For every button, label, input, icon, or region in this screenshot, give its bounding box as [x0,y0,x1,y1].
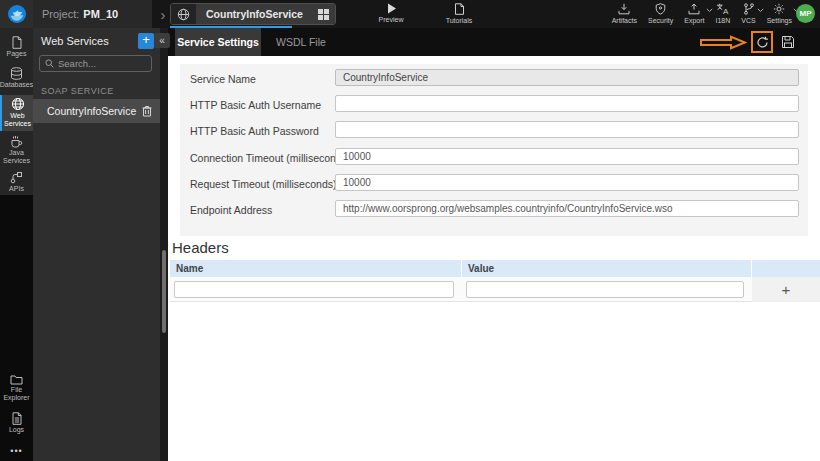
service-search [39,55,152,72]
app-logo[interactable] [0,0,33,28]
git-branch-icon [743,3,755,15]
soap-service-section-label: SOAP SERVICE [41,86,114,96]
database-icon [10,67,23,80]
upload-icon [688,3,700,15]
header-name-input[interactable] [174,281,454,298]
sidebar-item-databases[interactable]: Databases [0,65,33,91]
settings-button[interactable]: Settings [767,3,792,24]
column-header-actions [752,260,820,277]
artifacts-button[interactable]: Artifacts [612,3,637,24]
preview-button[interactable]: Preview [368,3,414,23]
rail-label: Java Services [0,149,33,165]
add-header-row-button[interactable]: + [752,277,820,302]
rail-label: APIs [9,185,24,193]
rail-label: Pages [7,50,27,58]
document-tab-title: CountryInfoService [196,4,313,24]
i18n-label: I18N [716,17,731,24]
document-tab-countryinfoservice[interactable]: CountryInfoService [170,3,336,25]
main-content: Service Settings WSDL File [168,28,820,461]
chevron-down-icon[interactable] [757,8,764,13]
service-list-item-countryinfoservice[interactable]: CountryInfoService [33,99,160,123]
left-rail: Pages Databases Web Services [0,28,33,461]
export-button[interactable]: Export [684,3,704,24]
web-services-panel: Web Services + SOAP SERVICE CountryInfoS… [33,28,160,461]
tutorials-label: Tutorials [446,17,473,24]
sidebar-item-logs[interactable]: Logs [0,410,33,436]
web-service-globe-icon [171,4,196,24]
headers-section-title: Headers [172,239,229,256]
field-label: HTTP Basic Auth Username [190,99,321,111]
sidebar-item-web-services[interactable]: Web Services [0,95,33,131]
service-name: CountryInfoService [33,105,142,117]
http-basic-auth-username-field[interactable] [335,95,799,112]
service-name-field[interactable] [335,69,799,86]
project-name: PM_10 [83,8,118,20]
header-name-cell [170,277,462,302]
page-icon [11,36,23,49]
request-timeout-field[interactable] [335,174,799,191]
form-row: Endpoint Address [180,200,808,218]
export-label: Export [684,17,704,24]
coffee-cup-icon [10,135,23,148]
sidebar-item-pages[interactable]: Pages [0,34,33,60]
tutorials-button[interactable]: Tutorials [436,3,482,24]
sidebar-item-java-services[interactable]: Java Services [0,133,33,167]
trash-icon[interactable] [142,105,160,117]
log-file-icon [11,412,23,425]
document-icon [454,3,465,15]
add-service-button[interactable]: + [138,33,154,49]
security-label: Security [648,17,673,24]
more-icon[interactable]: ••• [0,446,33,456]
headers-table-header: Name Value [170,260,820,277]
tab-service-settings[interactable]: Service Settings [175,28,261,56]
vcs-button[interactable]: VCS [741,3,755,24]
form-row: Connection Timeout (milliseconds) [180,148,808,166]
panel-title: Web Services [33,35,109,47]
collapse-panel-button[interactable]: « [154,33,170,48]
scrollbar-thumb[interactable] [162,250,166,333]
rail-label: Web Services [2,112,33,128]
connector-icon [10,171,23,184]
annotation-arrow-icon [700,35,747,50]
connection-timeout-field[interactable] [335,148,799,165]
search-input[interactable] [58,58,138,69]
security-button[interactable]: Security [648,3,673,24]
field-label: Endpoint Address [190,204,272,216]
field-label: Service Name [190,73,256,85]
topbar-tools: Artifacts Security Export [612,3,792,24]
save-button[interactable] [779,33,797,51]
language-icon: A [716,3,729,15]
sidebar-item-file-explorer[interactable]: File Explorer [0,372,33,406]
preview-label: Preview [379,16,404,23]
reload-service-button[interactable] [751,31,773,53]
field-label: Connection Timeout (milliseconds) [190,152,350,164]
project-label: Project: [42,8,79,20]
i18n-button[interactable]: A I18N [716,3,731,24]
form-row: HTTP Basic Auth Password [180,121,808,139]
user-avatar[interactable]: MP [796,4,815,23]
globe-icon [11,97,25,111]
http-basic-auth-password-field[interactable] [335,121,799,138]
rail-label: File Explorer [0,386,33,402]
wavemaker-logo-icon [7,4,27,24]
grid-icon[interactable] [313,4,335,24]
project-selector[interactable]: Project: PM_10 [33,0,152,28]
service-settings-form: Service Name HTTP Basic Auth Username HT… [180,64,808,236]
top-bar: Project: PM_10 › CountryInfoService [0,0,820,28]
refresh-icon [756,36,769,49]
headers-table: Name Value + [170,260,820,302]
search-icon [45,59,54,68]
header-value-input[interactable] [466,281,744,298]
chevron-down-icon[interactable] [706,8,713,13]
field-label: HTTP Basic Auth Password [190,125,319,137]
folder-icon [10,374,23,385]
app-window: Project: PM_10 › CountryInfoService [0,0,820,461]
field-label: Request Timeout (milliseconds) [190,178,336,190]
tab-wsdl-file[interactable]: WSDL File [268,28,334,56]
download-icon [618,3,630,15]
form-row: HTTP Basic Auth Username [180,95,808,113]
header-action-cell: + [752,277,820,302]
sidebar-item-apis[interactable]: APIs [0,169,33,195]
column-header-name: Name [170,260,462,277]
endpoint-address-field[interactable] [335,200,799,217]
